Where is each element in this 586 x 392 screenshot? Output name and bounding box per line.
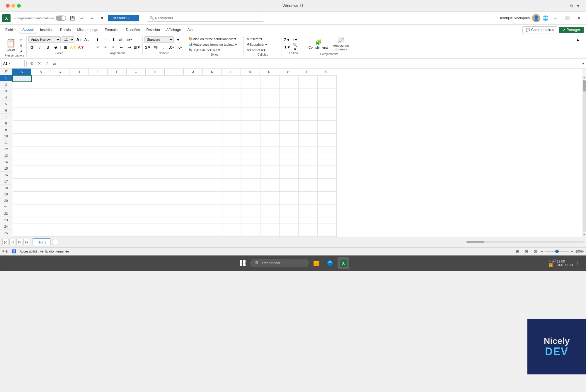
cell-L8[interactable]	[222, 120, 241, 127]
settings-icon[interactable]: ⚙	[570, 4, 574, 8]
cell-G3[interactable]	[127, 88, 146, 95]
font-name-select[interactable]: Aptos Narrow	[28, 36, 61, 43]
cell-I8[interactable]	[165, 120, 184, 127]
cell-C23[interactable]	[51, 217, 70, 224]
cell-E14[interactable]	[89, 159, 108, 166]
row-num-20[interactable]: 20	[0, 197, 12, 204]
menu-affichage[interactable]: Affichage	[163, 27, 184, 33]
cell-O12[interactable]	[279, 146, 298, 153]
cell-K18[interactable]	[203, 185, 222, 191]
cell-Q3[interactable]	[317, 88, 336, 95]
align-right-button[interactable]: ≡	[110, 44, 117, 50]
cell-J19[interactable]	[184, 191, 203, 198]
formula-cancel-button[interactable]: ✕	[36, 60, 42, 67]
cell-A16[interactable]	[13, 172, 32, 178]
cell-M1[interactable]	[241, 75, 260, 82]
cell-J7[interactable]	[184, 114, 203, 120]
cell-Q20[interactable]	[317, 198, 336, 204]
cell-Q19[interactable]	[317, 191, 336, 198]
cell-L3[interactable]	[222, 88, 241, 95]
number-format-expand[interactable]: ▼	[175, 36, 182, 43]
cell-P22[interactable]	[298, 211, 317, 217]
cell-O15[interactable]	[279, 166, 298, 172]
cell-Q6[interactable]	[317, 108, 336, 114]
cell-G16[interactable]	[127, 172, 146, 178]
sort-button[interactable]: ↕▼	[292, 36, 299, 43]
row-num-14[interactable]: 14	[0, 159, 12, 165]
cell-B1[interactable]	[32, 75, 51, 82]
cell-I2[interactable]	[165, 82, 184, 88]
col-header-F[interactable]: F	[108, 69, 127, 75]
scroll-down-arrow[interactable]: ▼	[583, 233, 586, 236]
cell-F4[interactable]	[108, 95, 127, 101]
select-all-button[interactable]	[0, 69, 12, 75]
horizontal-scrollbar[interactable]	[466, 241, 584, 243]
cell-C8[interactable]	[51, 120, 70, 127]
cell-L12[interactable]	[222, 146, 241, 153]
cell-F22[interactable]	[108, 211, 127, 217]
cell-K19[interactable]	[203, 191, 222, 198]
row-num-6[interactable]: 6	[0, 107, 12, 114]
cell-P16[interactable]	[298, 172, 317, 178]
cell-N21[interactable]	[260, 204, 279, 211]
cell-D11[interactable]	[70, 140, 89, 146]
row-num-4[interactable]: 4	[0, 94, 12, 101]
align-left-button[interactable]: ≡	[94, 44, 101, 50]
cell-B2[interactable]	[32, 82, 51, 88]
cell-G20[interactable]	[127, 198, 146, 204]
cell-A4[interactable]	[13, 95, 32, 101]
fill-button[interactable]: ⬇▼	[284, 44, 291, 50]
cell-L11[interactable]	[222, 140, 241, 146]
cell-N3[interactable]	[260, 88, 279, 95]
cell-P19[interactable]	[298, 191, 317, 198]
cell-O25[interactable]	[279, 230, 298, 236]
cell-L22[interactable]	[222, 211, 241, 217]
zoom-minus-icon[interactable]: ─	[541, 250, 543, 253]
cell-K11[interactable]	[203, 140, 222, 146]
cell-E22[interactable]	[89, 211, 108, 217]
row-num-10[interactable]: 10	[0, 133, 12, 139]
cell-J23[interactable]	[184, 217, 203, 224]
cell-P7[interactable]	[298, 114, 317, 120]
cell-O6[interactable]	[279, 108, 298, 114]
cell-H22[interactable]	[146, 211, 165, 217]
cell-D20[interactable]	[70, 198, 89, 204]
cell-L21[interactable]	[222, 204, 241, 211]
cell-J17[interactable]	[184, 178, 203, 185]
cell-D12[interactable]	[70, 146, 89, 153]
cell-G9[interactable]	[127, 127, 146, 133]
cell-A19[interactable]	[13, 191, 32, 198]
cell-C17[interactable]	[51, 178, 70, 185]
cell-P13[interactable]	[298, 153, 317, 159]
cell-C4[interactable]	[51, 95, 70, 101]
wrap-text-button[interactable]: ≡↩	[126, 36, 133, 43]
cell-N1[interactable]	[260, 75, 279, 82]
cell-D15[interactable]	[70, 166, 89, 172]
cell-A21[interactable]	[13, 204, 32, 211]
cell-A20[interactable]	[13, 198, 32, 204]
cell-K22[interactable]	[203, 211, 222, 217]
cell-E4[interactable]	[89, 95, 108, 101]
cell-E18[interactable]	[89, 185, 108, 191]
cell-N16[interactable]	[260, 172, 279, 178]
col-header-I[interactable]: I	[165, 69, 184, 75]
cell-O3[interactable]	[279, 88, 298, 95]
cell-F10[interactable]	[108, 133, 127, 140]
cell-F8[interactable]	[108, 120, 127, 127]
search-bar[interactable]: 🔍	[147, 15, 264, 22]
cell-D18[interactable]	[70, 185, 89, 191]
cell-F9[interactable]	[108, 127, 127, 133]
col-header-H[interactable]: H	[146, 69, 165, 75]
cell-Q24[interactable]	[317, 224, 336, 230]
cell-G8[interactable]	[127, 120, 146, 127]
row-num-5[interactable]: 5	[0, 101, 12, 107]
cell-K4[interactable]	[203, 95, 222, 101]
cell-I22[interactable]	[165, 211, 184, 217]
cell-P23[interactable]	[298, 217, 317, 224]
cell-J16[interactable]	[184, 172, 203, 178]
cell-C6[interactable]	[51, 108, 70, 114]
cell-L6[interactable]	[222, 108, 241, 114]
cell-B15[interactable]	[32, 166, 51, 172]
cell-Q8[interactable]	[317, 120, 336, 127]
cell-P9[interactable]	[298, 127, 317, 133]
